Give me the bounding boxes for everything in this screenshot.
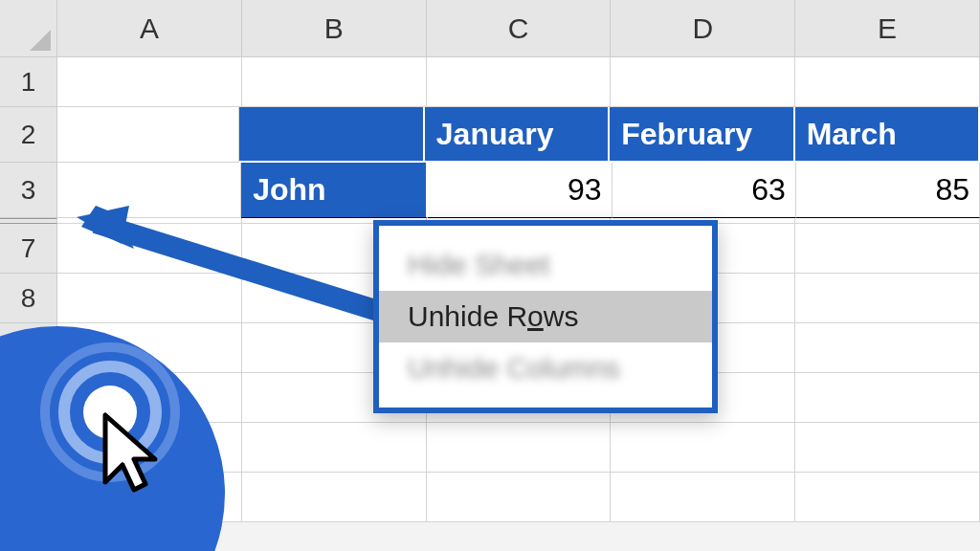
row-2[interactable]: 2 January February March <box>0 107 980 163</box>
menu-label-post: ws <box>544 300 579 333</box>
cell-d2[interactable]: February <box>610 107 794 163</box>
menu-item-unhide-columns[interactable]: Unhide Columns <box>379 342 712 394</box>
cell-a3[interactable] <box>57 163 241 218</box>
menu-label-pre: Unhide R <box>408 300 527 333</box>
row-header-2[interactable]: 2 <box>0 107 57 163</box>
col-header-c[interactable]: C <box>427 0 612 57</box>
cell-a7[interactable] <box>57 224 242 274</box>
menu-item-hide-sheet[interactable]: Hide Sheet <box>379 239 712 291</box>
row-header-8[interactable]: 8 <box>0 274 57 323</box>
cell-d3[interactable]: 63 <box>612 163 796 218</box>
cell-e1[interactable] <box>795 57 980 107</box>
cell-b1[interactable] <box>242 57 427 107</box>
row-header-1[interactable]: 1 <box>0 57 57 107</box>
column-headers: A B C D E <box>0 0 980 57</box>
cell-a1[interactable] <box>57 57 242 107</box>
cell-e7[interactable] <box>795 224 980 274</box>
cell-c3[interactable]: 93 <box>428 163 612 218</box>
context-menu: Hide Sheet Unhide Rows Unhide Columns <box>373 220 718 413</box>
cell-b3[interactable]: John <box>241 163 428 218</box>
cell-d1[interactable] <box>611 57 795 107</box>
select-all-triangle-icon <box>30 30 51 51</box>
cell-e3[interactable]: 85 <box>796 163 980 218</box>
row-header-7[interactable]: 7 <box>0 224 57 274</box>
menu-item-unhide-rows[interactable]: Unhide Rows <box>379 291 712 342</box>
cell-a2[interactable] <box>57 107 239 163</box>
col-header-d[interactable]: D <box>611 0 795 57</box>
select-all-corner[interactable] <box>0 0 57 57</box>
cell-b2[interactable] <box>239 107 424 163</box>
cell-e2[interactable]: March <box>795 107 980 163</box>
cell-c1[interactable] <box>427 57 612 107</box>
menu-label-underline: o <box>527 300 544 333</box>
col-header-e[interactable]: E <box>795 0 980 57</box>
row-3[interactable]: 3 John 93 63 85 <box>0 163 980 218</box>
svg-marker-0 <box>30 30 51 51</box>
row-header-3[interactable]: 3 <box>0 163 57 218</box>
cell-a8[interactable] <box>57 274 242 323</box>
col-header-b[interactable]: B <box>242 0 427 57</box>
col-header-a[interactable]: A <box>57 0 242 57</box>
cell-c2[interactable]: January <box>425 107 610 163</box>
row-1[interactable]: 1 <box>0 57 980 107</box>
cell-e8[interactable] <box>795 274 980 323</box>
